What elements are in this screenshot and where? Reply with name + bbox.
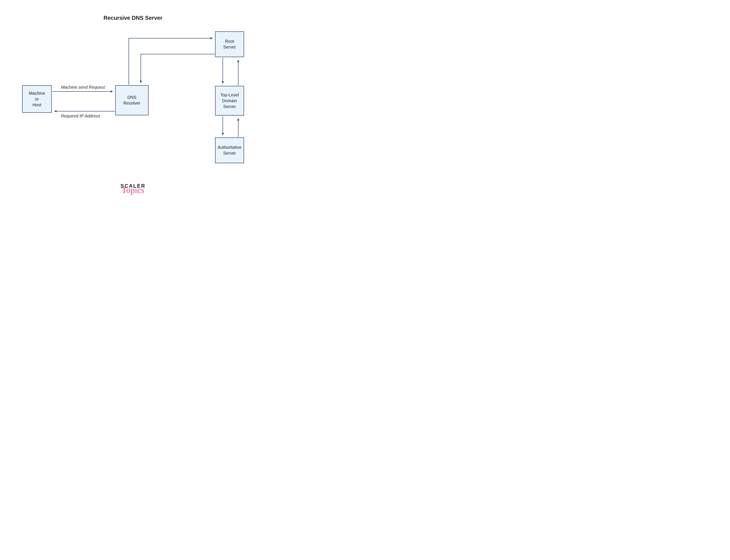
logo-scaler-topics: SCALER Topics — [120, 183, 146, 194]
arrow-root-to-resolver — [141, 54, 215, 83]
logo-line2: Topics — [120, 187, 146, 194]
edge-label-response: Required IP Address — [61, 114, 100, 119]
node-machine-host: MachineorHost — [22, 85, 52, 113]
node-root-server: RootServer — [215, 31, 244, 57]
node-tld-server: Top-LevelDomainServer — [215, 86, 244, 116]
node-dns-resolver: DNSResolver — [115, 85, 149, 115]
arrow-resolver-to-root — [129, 38, 213, 85]
diagram-title: Recursive DNS Server — [104, 15, 163, 21]
edge-label-request: Machine send Request — [61, 85, 105, 90]
node-authoritative-server: AuthoritativeServer — [215, 137, 244, 163]
